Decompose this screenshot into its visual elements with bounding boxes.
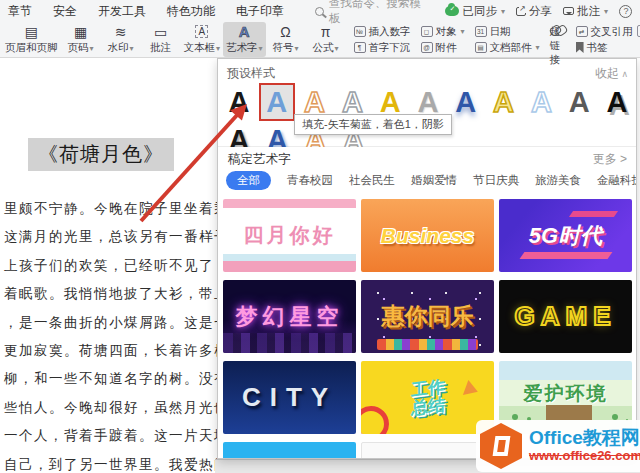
wordart-thumbnail-city[interactable]: CITY: [223, 361, 356, 434]
date-label: 日期: [490, 25, 511, 39]
small-buttons: №插入数字¶首字下沉◻对象@附件31日期▤文档部件: [346, 22, 546, 57]
gaoding-wordart-header: 稿定艺术字: [228, 151, 291, 168]
ribbon: 章节安全开发工具特色功能电子印章 查找命令、搜索模板 已同步 分享 批注 图: [0, 0, 640, 58]
watermark-button[interactable]: ≋水印: [101, 22, 141, 57]
ribbon-tab-row: 章节安全开发工具特色功能电子印章 查找命令、搜索模板 已同步 分享 批注: [0, 0, 640, 22]
bookmark-icon: [576, 42, 584, 53]
watermark-url: www.office26.com: [529, 449, 640, 463]
ribbon-tabs: 章节安全开发工具特色功能电子印章: [8, 3, 284, 20]
wordart-thumbnail-work[interactable]: 工作总结: [361, 361, 494, 434]
sync-button[interactable]: 已同步: [445, 4, 505, 19]
ribbon-tab-安全[interactable]: 安全: [53, 3, 77, 20]
preset-style-1-10[interactable]: A: [561, 83, 597, 121]
preset-style-2-2[interactable]: A: [259, 121, 295, 147]
preset-style-1-2[interactable]: A: [259, 83, 295, 121]
attachment-icon: @: [421, 42, 433, 53]
doc-parts-icon: ▤: [475, 42, 487, 53]
view-toggle-row-bottom: [637, 42, 640, 54]
quick-actions: 已同步 分享 批注: [445, 4, 632, 19]
preset-styles-header: 预设样式: [227, 65, 275, 82]
category-tab-婚姻爱情[interactable]: 婚姻爱情: [411, 173, 457, 188]
doc-parts-label: 文档部件: [490, 41, 532, 55]
comment-button[interactable]: ▭批注: [141, 22, 181, 57]
wordart-thumbnail-partial-blue[interactable]: [223, 442, 356, 459]
wordart-thumbnail-label: 梦幻星空: [236, 302, 344, 332]
preset-style-1-1[interactable]: A: [221, 83, 257, 121]
wordart-thumbnail-business[interactable]: Business: [361, 199, 494, 272]
category-tab-全部[interactable]: 全部: [226, 171, 271, 190]
drop-cap-icon: ¶: [354, 42, 366, 53]
cloud-sync-icon: [445, 6, 459, 16]
bookmark-button[interactable]: 书签: [576, 41, 633, 54]
category-tab-金融科技[interactable]: 金融科技: [597, 173, 637, 188]
wordart-thumbnail-game[interactable]: GAME: [499, 280, 632, 353]
wordart-thumbnail-huini[interactable]: 惠你同乐: [361, 280, 494, 353]
doc-parts-button[interactable]: ▤文档部件: [475, 41, 540, 54]
wordart-button[interactable]: A艺术字: [223, 22, 266, 57]
large-buttons: ▤页眉和页脚▦页码≋水印▭批注A文本框A艺术字Ω符号π公式: [2, 22, 346, 57]
cross-reference-icon: ⇄: [576, 26, 588, 37]
view-toggle-grid: [637, 22, 640, 57]
preset-style-1-11[interactable]: A: [599, 83, 635, 121]
help-icon[interactable]: [619, 5, 632, 18]
document-title: 《荷塘月色》: [28, 138, 174, 171]
view-toggle-1-icon[interactable]: [637, 25, 640, 37]
preset-style-1-9[interactable]: A: [523, 83, 559, 121]
watermark-icon: ≋: [115, 23, 127, 40]
formula-button[interactable]: π公式: [306, 22, 346, 57]
collapse-button[interactable]: 收起: [595, 65, 628, 82]
object-button[interactable]: ◻对象: [421, 25, 465, 38]
attachment-button[interactable]: @附件: [421, 41, 465, 54]
share-icon: [516, 7, 526, 16]
ribbon-tab-开发工具[interactable]: 开发工具: [98, 3, 146, 20]
wordart-thumbnail-partial-white[interactable]: [361, 442, 494, 459]
comment-icon: ▭: [154, 23, 167, 40]
category-tabs: 全部青春校园社会民生婚姻爱情节日庆典旅游美食金融科技职场: [226, 171, 637, 190]
page-number-label: 页码: [67, 41, 93, 55]
hyperlink-button[interactable]: 超链接: [546, 22, 572, 57]
wordart-icon: A: [239, 23, 250, 40]
ribbon-tab-章节[interactable]: 章节: [8, 3, 32, 20]
drop-cap-label: 首字下沉: [369, 41, 411, 55]
header-footer-label: 页眉和页脚: [5, 41, 58, 55]
preset-style-1-8[interactable]: A: [486, 83, 522, 121]
header-footer-icon: ▤: [25, 23, 38, 40]
drop-cap-button[interactable]: ¶首字下沉: [354, 41, 411, 54]
wordart-thumbnail-label: 工作总结: [407, 377, 449, 418]
wordart-thumbnail-label: GAME: [515, 301, 617, 332]
category-tab-青春校园[interactable]: 青春校园: [287, 173, 333, 188]
attachment-label: 附件: [436, 41, 457, 55]
share-button[interactable]: 分享: [516, 4, 552, 19]
wordart-thumbnail-5g[interactable]: 5G时代: [499, 199, 632, 272]
cross-reference-button[interactable]: ⇄交叉引用: [576, 25, 633, 38]
comment-label: 批注: [150, 41, 171, 55]
insert-number-button[interactable]: №插入数字: [354, 25, 411, 38]
office-logo-icon: [480, 423, 522, 469]
page-number-button[interactable]: ▦页码: [61, 22, 101, 57]
view-toggle-row-top: [637, 25, 640, 37]
category-tab-旅游美食[interactable]: 旅游美食: [535, 173, 581, 188]
page-number-icon: ▦: [74, 23, 87, 40]
date-button[interactable]: 31日期: [475, 25, 540, 38]
header-footer-button[interactable]: ▤页眉和页脚: [2, 22, 61, 57]
wordart-thumbnail-label: 爱护环境: [524, 381, 608, 407]
more-link[interactable]: 更多 >: [593, 151, 627, 168]
wordart-thumbnail-starry[interactable]: 梦幻星空: [223, 280, 356, 353]
category-tab-节日庆典[interactable]: 节日庆典: [473, 173, 519, 188]
wordart-thumbnail-label: 5G时代: [529, 221, 602, 251]
wordart-thumbnail-label: 惠你同乐: [382, 301, 474, 332]
wordart-thumbnail-april[interactable]: 四月你好: [223, 199, 356, 272]
preset-style-1-7[interactable]: A: [448, 83, 484, 121]
ribbon-button-row: 图 ▤页眉和页脚▦页码≋水印▭批注A文本框A艺术字Ω符号π公式 №插入数字¶首字…: [0, 22, 640, 57]
comment-button[interactable]: 批注: [563, 4, 608, 19]
ribbon-tab-电子印章[interactable]: 电子印章: [236, 3, 284, 20]
formula-icon: π: [321, 23, 331, 40]
bookmark-label: 书签: [587, 41, 608, 55]
symbol-button[interactable]: Ω符号: [266, 22, 306, 57]
preset-style-2-1[interactable]: A: [221, 121, 257, 147]
watermark-label: 水印: [107, 41, 133, 55]
search-icon: [315, 7, 324, 16]
textbox-button[interactable]: A文本框: [181, 22, 224, 57]
ribbon-tab-特色功能[interactable]: 特色功能: [167, 3, 215, 20]
category-tab-社会民生[interactable]: 社会民生: [349, 173, 395, 188]
